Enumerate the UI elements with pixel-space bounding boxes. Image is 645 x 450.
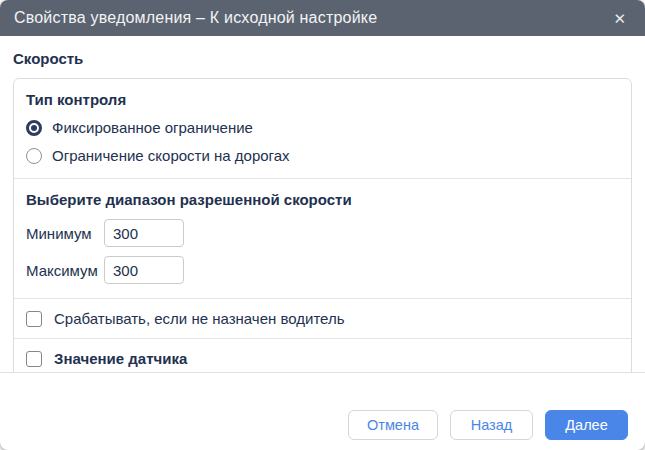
minimum-row: Минимум [26, 219, 619, 247]
dialog-titlebar: Свойства уведомления – К исходной настро… [0, 0, 645, 36]
speed-range-heading: Выберите диапазон разрешенной скорости [26, 191, 619, 208]
radio-option-fixed-limit[interactable]: Фиксированное ограничение [26, 119, 619, 136]
maximum-input[interactable] [104, 256, 184, 284]
back-button[interactable]: Назад [450, 410, 533, 440]
dialog-body: Скорость Тип контроля Фиксированное огра… [0, 36, 645, 372]
radio-option-road-speed-limit[interactable]: Ограничение скорости на дорогах [26, 147, 619, 164]
radio-label: Фиксированное ограничение [52, 119, 253, 136]
dialog-footer: Отмена Назад Далее [0, 372, 645, 450]
checkbox-row-no-driver[interactable]: Срабатывать, если не назначен водитель [14, 298, 631, 338]
radio-icon[interactable] [26, 148, 42, 164]
radio-label: Ограничение скорости на дорогах [52, 147, 290, 164]
checkbox-icon[interactable] [26, 311, 42, 327]
maximum-label: Максимум [26, 262, 104, 279]
checkbox-row-sensor-value[interactable]: Значение датчика [14, 338, 631, 372]
control-type-heading: Тип контроля [26, 91, 619, 108]
next-button[interactable]: Далее [545, 410, 628, 440]
checkbox-label: Срабатывать, если не назначен водитель [54, 310, 345, 327]
control-type-section: Тип контроля Фиксированное ограничение О… [14, 79, 631, 178]
checkbox-icon[interactable] [26, 351, 42, 367]
checkbox-label: Значение датчика [54, 350, 187, 367]
dialog-title: Свойства уведомления – К исходной настро… [14, 9, 608, 27]
cancel-button[interactable]: Отмена [348, 410, 438, 440]
close-icon[interactable]: ✕ [608, 7, 631, 30]
notification-properties-dialog: Свойства уведомления – К исходной настро… [0, 0, 645, 450]
settings-box: Тип контроля Фиксированное ограничение О… [13, 78, 632, 372]
radio-icon[interactable] [26, 120, 42, 136]
page-title: Скорость [13, 50, 632, 67]
maximum-row: Максимум [26, 256, 619, 284]
minimum-label: Минимум [26, 225, 104, 242]
minimum-input[interactable] [104, 219, 184, 247]
speed-range-section: Выберите диапазон разрешенной скорости М… [14, 178, 631, 298]
